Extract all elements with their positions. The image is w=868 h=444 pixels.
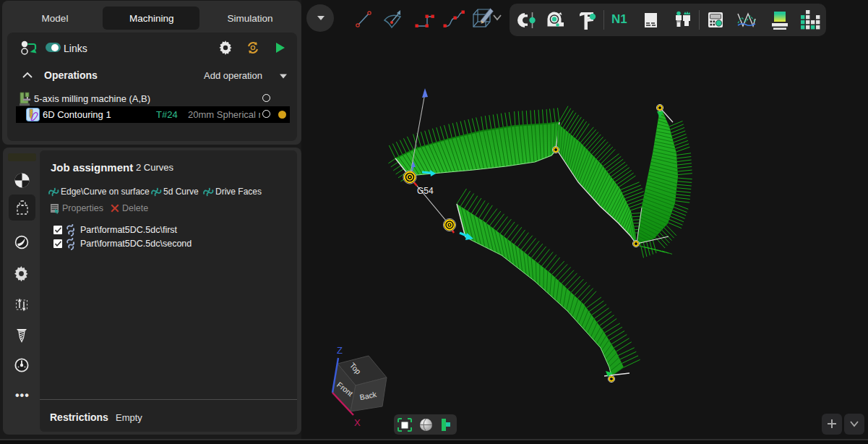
svg-text:G54: G54 — [417, 186, 434, 196]
svg-text:Z: Z — [337, 345, 343, 356]
svg-text:X: X — [354, 417, 361, 428]
